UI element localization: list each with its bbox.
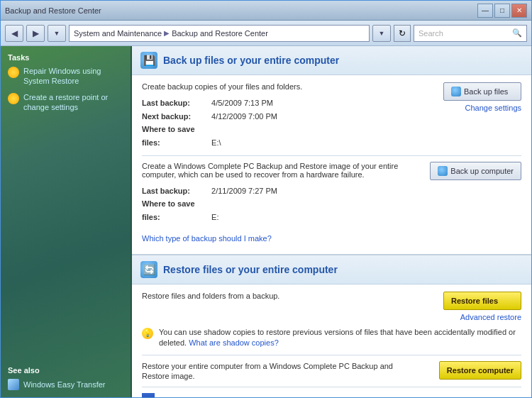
- sidebar-link-restore-label: Create a restore point or change setting…: [23, 92, 123, 113]
- backup-section: 💾 Back up files or your entire computer …: [132, 46, 531, 255]
- what-are-shadow-link[interactable]: What are shadow copies?: [189, 338, 279, 347]
- restore-point-icon: [8, 93, 19, 104]
- last-backup2-line: Last backup: 2/11/2009 7:27 PM: [142, 184, 404, 198]
- where2-label: Where to save files:: [142, 197, 209, 223]
- backup-computer-button[interactable]: Back up computer: [430, 162, 521, 180]
- files-backup-info: Last backup: 4/5/2009 7:13 PM Next backu…: [142, 96, 302, 150]
- close-button[interactable]: ✕: [511, 4, 527, 18]
- backup-header-icon: 💾: [140, 52, 157, 69]
- next-backup-line: Next backup: 4/12/2009 7:00 PM: [142, 110, 302, 123]
- address-dropdown[interactable]: ▼: [372, 25, 391, 42]
- which-type-link[interactable]: Which type of backup should I make?: [142, 230, 521, 247]
- restore-section: 🔄 Restore files or your entire computer …: [132, 255, 531, 397]
- easy-transfer-label: Windows Easy Transfer: [23, 380, 106, 389]
- backup-computer-icon: [438, 166, 448, 176]
- backup-section-body: Create backup copies of your files and f…: [132, 75, 531, 254]
- repair-icon: [8, 67, 19, 78]
- where-label: Where to save files:: [142, 123, 209, 149]
- restore-computer-desc: Restore your entire computer from a Wind…: [142, 362, 393, 380]
- next-backup-value: 4/12/2009 7:00 PM: [211, 112, 277, 121]
- back-button[interactable]: ◀: [5, 25, 23, 42]
- main-layout: Tasks Repair Windows using System Restor…: [1, 46, 531, 397]
- restore-files-row: Restore files and folders from a backup.…: [142, 292, 521, 321]
- tip-icon: 💡: [142, 328, 153, 339]
- restore-header-icon: 🔄: [140, 261, 157, 278]
- files-backup-desc: Create backup copies of your files and f…: [142, 82, 302, 91]
- breadcrumb-separator: ▶: [164, 29, 170, 37]
- sidebar-item-easy-transfer[interactable]: Windows Easy Transfer: [8, 379, 123, 390]
- restore-computer-row: Restore your entire computer from a Wind…: [142, 361, 521, 381]
- title-bar-left: Backup and Restore Center: [5, 6, 101, 15]
- content-area: 💾 Back up files or your entire computer …: [132, 46, 531, 397]
- tip-text: You can use shadow copies to restore pre…: [159, 327, 521, 349]
- title-bar: Backup and Restore Center — □ ✕: [1, 1, 531, 21]
- restore-divider: [142, 355, 521, 355]
- sidebar-tasks: Tasks Repair Windows using System Restor…: [8, 53, 123, 118]
- pc-backup-desc: Create a Windows Complete PC Backup and …: [142, 162, 404, 179]
- minimize-button[interactable]: —: [477, 4, 493, 18]
- window-controls: — □ ✕: [477, 4, 527, 18]
- address-bar: ◀ ▶ ▼ System and Maintenance ▶ Backup an…: [1, 21, 531, 46]
- pc-backup-info: Last backup: 2/11/2009 7:27 PM Where to …: [142, 184, 404, 224]
- last-backup-value: 4/5/2009 7:13 PM: [211, 99, 273, 107]
- backup-files-buttons: Back up files Change settings: [443, 82, 521, 112]
- restore-files-buttons: Restore files Advanced restore: [443, 292, 521, 321]
- search-bar[interactable]: Search 🔍: [414, 25, 527, 42]
- pc-backup-row: Create a Windows Complete PC Backup and …: [142, 162, 521, 224]
- files-backup-row: Create backup copies of your files and f…: [142, 82, 521, 150]
- sidebar-bottom: See also Windows Easy Transfer: [8, 366, 123, 390]
- backup-computer-label: Back up computer: [450, 167, 514, 175]
- restore-computer-button[interactable]: Restore computer: [439, 361, 521, 380]
- recent-button[interactable]: ▼: [48, 25, 66, 42]
- last-backup-label: Last backup:: [142, 96, 209, 110]
- sidebar-item-restore-point[interactable]: Create a restore point or change setting…: [8, 92, 123, 113]
- restore-files-label: Restore files: [451, 297, 498, 305]
- restore-computer-buttons: Restore computer: [439, 361, 521, 380]
- search-icon: 🔍: [512, 28, 522, 38]
- last-backup-line: Last backup: 4/5/2009 7:13 PM: [142, 96, 302, 110]
- system-restore-link[interactable]: Use System Restore to fix problems and u…: [160, 396, 396, 397]
- restore-section-body: Restore files and folders from a backup.…: [132, 284, 531, 397]
- window-title: Backup and Restore Center: [5, 6, 101, 15]
- restore-files-desc: Restore files and folders from a backup.: [142, 292, 279, 300]
- change-settings-link[interactable]: Change settings: [465, 104, 522, 112]
- breadcrumb-part2: Backup and Restore Center: [172, 29, 268, 38]
- easy-transfer-icon: [8, 379, 19, 390]
- search-placeholder: Search: [419, 29, 443, 38]
- backup-files-button[interactable]: Back up files: [443, 82, 521, 101]
- advanced-restore-link[interactable]: Advanced restore: [460, 313, 521, 321]
- backup-divider: [142, 155, 521, 156]
- shadow-copies-tip: 💡 You can use shadow copies to restore p…: [142, 327, 521, 349]
- forward-button[interactable]: ▶: [26, 25, 45, 42]
- breadcrumb-part1: System and Maintenance: [74, 29, 162, 38]
- backup-section-title: Back up files or your entire computer: [163, 55, 339, 66]
- restore-files-button[interactable]: Restore files: [443, 292, 521, 310]
- backup-computer-buttons: Back up computer: [430, 162, 521, 180]
- last-backup2-label: Last backup:: [142, 184, 209, 198]
- where2-line: Where to save files: E:: [142, 197, 404, 223]
- refresh-button[interactable]: ↻: [394, 25, 411, 42]
- backup-files-icon: [451, 87, 461, 96]
- last-backup2-value: 2/11/2009 7:27 PM: [211, 187, 277, 195]
- restore-section-title: Restore files or your entire computer: [163, 264, 338, 275]
- restore-computer-left: Restore your entire computer from a Wind…: [142, 361, 419, 381]
- system-restore-row: Use System Restore to fix problems and u…: [142, 387, 521, 397]
- maximize-button[interactable]: □: [494, 4, 510, 18]
- shield-icon: [142, 393, 155, 397]
- sidebar-link-repair-label: Repair Windows using System Restore: [23, 66, 123, 87]
- backup-section-header: 💾 Back up files or your entire computer: [132, 46, 531, 75]
- backup-files-label: Back up files: [464, 87, 508, 96]
- tasks-title: Tasks: [8, 53, 123, 62]
- where-to-save-line: Where to save files: E:\: [142, 123, 302, 149]
- files-backup-left: Create backup copies of your files and f…: [142, 82, 302, 150]
- sidebar-item-repair[interactable]: Repair Windows using System Restore: [8, 66, 123, 87]
- restore-computer-label: Restore computer: [447, 366, 514, 375]
- breadcrumb-bar[interactable]: System and Maintenance ▶ Backup and Rest…: [69, 25, 370, 42]
- see-also-title: See also: [8, 366, 123, 375]
- where-value: E:\: [211, 138, 221, 147]
- restore-section-header: 🔄 Restore files or your entire computer: [132, 255, 531, 284]
- pc-backup-left: Create a Windows Complete PC Backup and …: [142, 162, 404, 224]
- sidebar: Tasks Repair Windows using System Restor…: [1, 46, 132, 397]
- main-window: Backup and Restore Center — □ ✕ ◀ ▶ ▼ Sy…: [0, 0, 532, 398]
- where2-value: E:: [211, 213, 218, 221]
